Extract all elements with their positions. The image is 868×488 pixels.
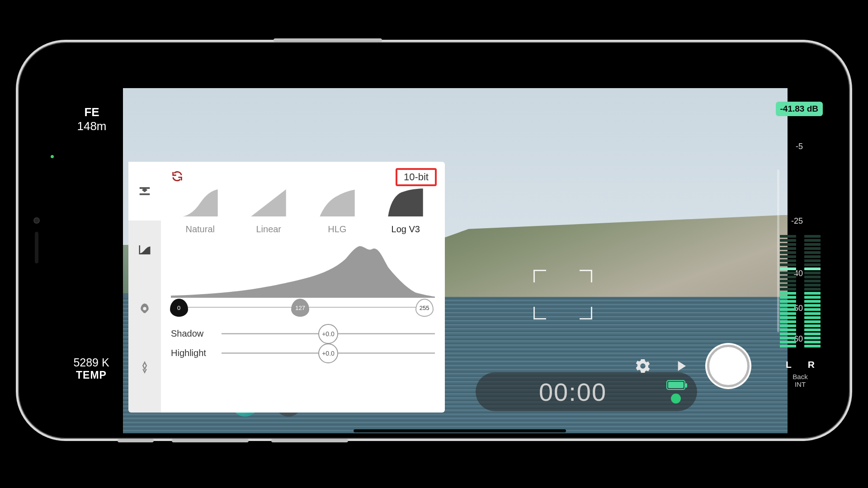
hw-button-bottom-1 — [172, 439, 249, 442]
shadow-label: Shadow — [171, 328, 214, 339]
shadow-knob[interactable]: +0.0 — [318, 324, 338, 344]
tab-gamma[interactable] — [128, 162, 161, 221]
curve-natural-button[interactable]: Natural — [171, 187, 230, 235]
curve-logv3-button[interactable]: Log V3 — [377, 187, 435, 235]
histogram — [171, 244, 435, 298]
audio-meters — [778, 212, 823, 347]
home-indicator[interactable] — [354, 429, 566, 432]
highlight-knob[interactable]: +0.0 — [318, 343, 338, 363]
curve-linear-button[interactable]: Linear — [240, 187, 298, 235]
channel-right-label: R — [808, 359, 815, 370]
transport-controls — [631, 345, 750, 387]
kelvin-value: 5289 K — [60, 356, 123, 369]
mid-point-pin[interactable]: 127 — [291, 299, 309, 317]
tab-style[interactable] — [128, 338, 161, 397]
focus-mode-label: FE — [67, 105, 117, 119]
phone-frame: FE 148m 5289 K TEMP 00:00 — [16, 40, 852, 441]
highlight-slider[interactable]: +0.0 — [222, 352, 435, 354]
highlight-label: Highlight — [171, 348, 214, 358]
meter-left — [780, 212, 796, 347]
meter-right — [804, 212, 821, 347]
device-notch — [28, 195, 45, 286]
tab-levels[interactable] — [128, 221, 161, 279]
audio-source-label[interactable]: Back INT — [778, 373, 823, 388]
hw-button-bottom-3 — [118, 439, 154, 442]
focus-readout: FE 148m — [67, 105, 117, 133]
channel-left-label: L — [786, 359, 792, 370]
focus-distance-value: 148m — [67, 119, 117, 133]
curve-hlg-button[interactable]: HLG — [308, 187, 367, 235]
storage-indicator-icon — [671, 394, 681, 404]
audio-meter-pane: -41.83 dB -5 -25 -40 -50 -60 L R — [764, 102, 823, 388]
levels-axis[interactable]: 0 127 255 — [171, 299, 435, 319]
camera-active-indicator-icon — [51, 155, 54, 158]
reset-button[interactable] — [171, 170, 184, 184]
black-point-pin[interactable]: 0 — [170, 299, 188, 317]
record-button[interactable] — [707, 345, 750, 387]
focus-reticle[interactable] — [533, 270, 592, 319]
panel-tabs — [128, 162, 161, 413]
front-camera-icon — [33, 217, 40, 224]
white-point-pin[interactable]: 255 — [415, 299, 434, 317]
db-level-badge[interactable]: -41.83 dB — [776, 102, 823, 116]
play-button[interactable] — [669, 354, 693, 378]
tab-color[interactable] — [128, 279, 161, 338]
gamma-panel: 10-bit Natural Linear HLG — [128, 162, 445, 413]
settings-button[interactable] — [631, 354, 655, 378]
bit-depth-badge[interactable]: 10-bit — [396, 168, 437, 186]
white-balance-readout[interactable]: 5289 K TEMP — [60, 356, 123, 381]
hw-button-bottom-2 — [271, 439, 348, 442]
earpiece-icon — [35, 232, 38, 263]
db-tick: -5 — [796, 142, 803, 151]
shadow-slider[interactable]: +0.0 — [222, 333, 435, 334]
kelvin-label: TEMP — [60, 369, 123, 381]
hw-button-top — [274, 38, 382, 42]
